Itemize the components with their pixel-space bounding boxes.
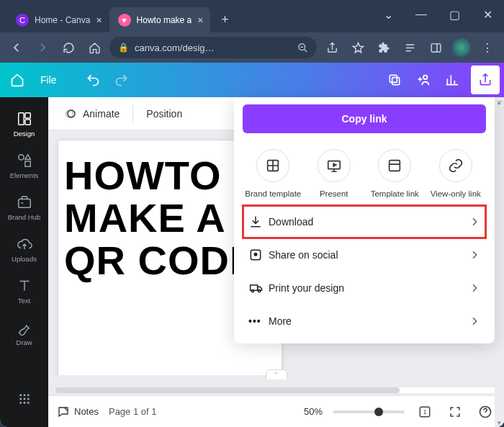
help-icon[interactable] (475, 402, 495, 422)
browser-tab[interactable]: C Home - Canva × (7, 7, 109, 32)
star-icon[interactable] (347, 37, 369, 58)
more-row[interactable]: ••• More (243, 305, 486, 338)
panel-row-label: Print your design (269, 282, 469, 294)
reading-list-icon[interactable] (399, 37, 420, 58)
svg-point-14 (19, 398, 22, 400)
chevron-right-icon (469, 282, 480, 294)
truck-icon (248, 281, 269, 295)
download-row[interactable]: Download (243, 205, 486, 238)
share-on-social-row[interactable]: Share on social (243, 238, 486, 271)
picon-label: Template link (371, 189, 419, 198)
zoom-level[interactable]: 50% (304, 406, 323, 417)
sidebar-item-label: Text (18, 297, 30, 305)
sidebar-item-uploads[interactable]: Uploads (0, 228, 48, 270)
close-icon[interactable]: × (197, 14, 203, 26)
svg-rect-1 (431, 43, 441, 51)
share-button[interactable] (471, 66, 500, 94)
sidebar-item-label: Brand Hub (8, 213, 40, 221)
chevron-right-icon (469, 315, 480, 327)
tab-title: Howto make a (137, 15, 192, 25)
url-input[interactable]: 🔒 canva.com/desig… (109, 37, 317, 58)
browser-tab-active[interactable]: ♥ Howto make a × (109, 7, 211, 32)
share-icon[interactable] (321, 37, 343, 58)
position-button[interactable]: Position (139, 104, 189, 124)
undo-button[interactable] (80, 67, 106, 93)
panel-row-label: More (269, 315, 469, 327)
divider (132, 105, 133, 122)
view-only-link-option[interactable]: View-only link (427, 149, 485, 198)
notes-button[interactable]: Notes (57, 405, 99, 418)
brand-template-option[interactable]: Brand template (244, 149, 302, 198)
zoom-slider[interactable] (333, 410, 405, 413)
present-option[interactable]: Present (305, 149, 363, 198)
reload-button[interactable] (58, 37, 79, 58)
notes-label: Notes (74, 406, 99, 417)
close-window-button[interactable]: ✕ (471, 0, 504, 29)
share-panel: Copy link Brand template Present (234, 97, 495, 343)
sidebar-item-text[interactable]: Text (0, 270, 48, 312)
sidebar-item-brandhub[interactable]: Brand Hub (0, 186, 48, 228)
close-icon[interactable]: × (96, 14, 102, 26)
svg-rect-3 (390, 75, 397, 82)
sidebar-item-design[interactable]: Design (0, 103, 48, 145)
lock-icon: 🔒 (118, 42, 129, 53)
svg-rect-7 (24, 119, 30, 124)
animate-button[interactable]: Animate (57, 102, 127, 125)
position-label: Position (146, 108, 182, 120)
template-link-option[interactable]: Template link (366, 149, 423, 198)
sidebar-item-more[interactable] (0, 378, 48, 420)
copy-icon[interactable] (382, 67, 408, 93)
chevron-right-icon (469, 216, 480, 228)
forward-button[interactable] (32, 37, 53, 58)
copy-link-button[interactable]: Copy link (243, 104, 486, 133)
svg-point-18 (23, 402, 25, 404)
share-panel-icons: Brand template Present Template link (243, 149, 486, 198)
svg-rect-27 (390, 161, 400, 171)
redo-button[interactable] (109, 67, 135, 93)
sidebar-item-draw[interactable]: Draw (0, 312, 48, 354)
notes-icon (57, 405, 70, 418)
print-your-design-row[interactable]: Print your design (243, 271, 486, 305)
home-button[interactable] (84, 37, 105, 58)
sidebar-item-label: Draw (16, 338, 32, 346)
svg-point-8 (18, 154, 23, 159)
vertical-scrollbar[interactable]: ▴ ▾ (495, 97, 504, 427)
svg-rect-9 (24, 161, 30, 166)
fullscreen-icon[interactable] (445, 402, 465, 422)
browser-titlebar: C Home - Canva × ♥ Howto make a × + ⌄ — … (0, 0, 504, 32)
minimize-button[interactable]: — (405, 0, 438, 29)
new-tab-button[interactable]: + (215, 9, 235, 30)
picon-label: Brand template (245, 189, 301, 198)
picon-label: View-only link (431, 189, 481, 198)
sidepanel-icon[interactable] (425, 37, 446, 58)
apps-grid-icon (17, 391, 32, 407)
zoom-out-icon[interactable] (297, 42, 308, 53)
canva-header: File (0, 63, 504, 97)
chevron-down-icon[interactable]: ⌄ (372, 0, 405, 29)
more-icon: ••• (248, 315, 269, 327)
horizontal-scrollbar[interactable] (48, 385, 504, 395)
collaborators-icon[interactable] (410, 67, 436, 93)
kebab-menu-icon[interactable]: ⋮ (477, 37, 498, 58)
sidebar-item-elements[interactable]: Elements (0, 145, 48, 186)
sidebar-item-label: Uploads (12, 255, 37, 263)
profile-avatar[interactable] (451, 37, 472, 58)
svg-rect-29 (251, 285, 258, 291)
svg-point-16 (27, 398, 29, 400)
grid-view-icon[interactable]: 1 (415, 402, 435, 422)
scroll-down-icon[interactable]: ▾ (495, 418, 504, 427)
social-icon (248, 248, 269, 262)
chevron-right-icon (469, 249, 480, 261)
draw-icon (17, 320, 32, 336)
canva-home-button[interactable] (4, 67, 30, 93)
page-handle[interactable]: ⌃ (266, 369, 287, 379)
present-icon (318, 149, 351, 182)
svg-rect-26 (328, 161, 341, 169)
url-text: canva.com/desig… (135, 42, 215, 53)
workspace: Design Elements Brand Hub Uploads Text (0, 97, 504, 427)
back-button[interactable] (6, 37, 27, 58)
maximize-button[interactable]: ▢ (438, 0, 471, 29)
file-menu[interactable]: File (33, 74, 64, 86)
extensions-icon[interactable] (373, 37, 395, 58)
analytics-icon[interactable] (439, 67, 465, 93)
